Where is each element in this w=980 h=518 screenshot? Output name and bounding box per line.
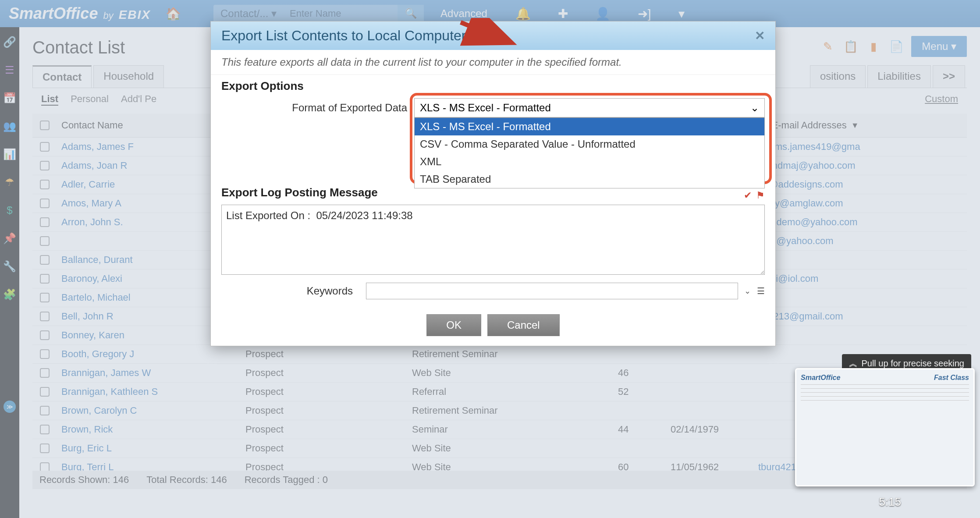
seek-time: 5:15: [879, 495, 901, 509]
export-options-heading: Export Options: [221, 79, 765, 93]
modal-body: Export Options Format of Exported Data X…: [211, 75, 775, 308]
modal-title: Export List Contents to Local Computer: [221, 28, 466, 44]
modal-description: This feature exports all data in the cur…: [211, 50, 775, 75]
thumb-brand: SmartOffice: [801, 374, 840, 382]
keywords-list-icon[interactable]: ☰: [757, 286, 765, 296]
format-selected-value: XLS - MS Excel - Formatted: [420, 102, 551, 114]
ok-button[interactable]: OK: [426, 314, 481, 336]
log-textarea[interactable]: [221, 205, 765, 275]
format-select[interactable]: XLS - MS Excel - Formatted ⌄: [414, 98, 765, 117]
flag-icon[interactable]: ⚑: [756, 190, 765, 201]
format-row: Format of Exported Data XLS - MS Excel -…: [221, 98, 765, 117]
keywords-row: Keywords ⌄ ☰: [221, 283, 765, 299]
svg-line-1: [461, 22, 509, 42]
seek-thumbnail[interactable]: SmartOffice Fast Class: [795, 368, 975, 486]
seek-tooltip-text: Pull up for precise seeking: [861, 358, 964, 369]
keywords-label: Keywords: [221, 285, 360, 297]
keywords-caret-icon[interactable]: ⌄: [744, 286, 751, 296]
chevron-up-icon: ︽: [849, 358, 858, 369]
keywords-input[interactable]: [366, 283, 738, 299]
cancel-button[interactable]: Cancel: [487, 314, 560, 336]
chevron-down-icon: ⌄: [750, 102, 759, 114]
thumb-right: Fast Class: [934, 374, 969, 382]
check-icon[interactable]: ✔: [744, 190, 752, 201]
log-mini-icons: ✔ ⚑: [744, 190, 765, 201]
format-option-xls[interactable]: XLS - MS Excel - Formatted: [415, 118, 764, 135]
format-dropdown: XLS - MS Excel - Formatted CSV - Comma S…: [414, 117, 765, 188]
log-heading: Export Log Posting Message: [221, 186, 378, 199]
format-option-xml[interactable]: XML: [415, 153, 764, 170]
format-select-wrap: XLS - MS Excel - Formatted ⌄ XLS - MS Ex…: [414, 98, 765, 117]
format-option-csv[interactable]: CSV - Comma Separated Value - Unformatte…: [415, 135, 764, 153]
export-modal: Export List Contents to Local Computer ✕…: [210, 21, 776, 346]
format-label: Format of Exported Data: [221, 102, 414, 114]
log-heading-row: Export Log Posting Message ✔ ⚑: [221, 186, 765, 205]
format-option-tab[interactable]: TAB Separated: [415, 170, 764, 188]
modal-footer: OK Cancel: [211, 308, 775, 346]
annotation-arrow: [456, 18, 518, 49]
close-icon[interactable]: ✕: [755, 28, 765, 43]
